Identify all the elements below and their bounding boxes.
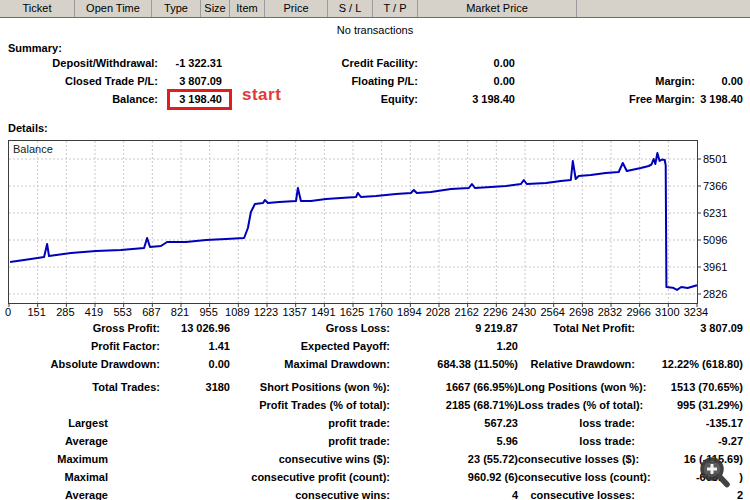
stat-value: 3180 xyxy=(160,378,230,396)
magnifier-zoom-icon xyxy=(692,450,736,494)
stat-label: Maximal xyxy=(0,468,160,486)
stat-value: 1667 (66.95%) xyxy=(390,378,518,396)
stat-row: Balance:3 198.40Equity:3 198.40Free Marg… xyxy=(0,90,750,108)
start-annotation: start xyxy=(242,85,281,105)
stat-value: 9 219.87 xyxy=(390,319,518,337)
column-header-s-l[interactable]: S / L xyxy=(328,0,373,17)
stat-label: consecutive losses: xyxy=(518,486,635,500)
stat-label: Total Trades: xyxy=(0,378,160,396)
stat-row: Deposit/Withdrawal:-1 322.31Credit Facil… xyxy=(0,54,750,72)
stat-label: loss trade: xyxy=(518,432,635,450)
stat-row: Profit Trades (% of total):2185 (68.71%)… xyxy=(0,396,750,414)
stat-row: Absolute Drawdown:0.00Maximal Drawdown:6… xyxy=(0,355,750,373)
column-header-open-time[interactable]: Open Time xyxy=(75,0,152,17)
stat-row: Averageconsecutive wins:4consecutive los… xyxy=(0,486,750,500)
stat-label: Relative Drawdown: xyxy=(518,355,635,373)
stat-value: 960.92 (6) xyxy=(390,468,518,486)
stat-label: Average xyxy=(0,486,160,500)
stat-label: Short Positions (won %): xyxy=(230,378,390,396)
stat-value: 23 (55.72) xyxy=(390,450,518,468)
summary-title: Summary: xyxy=(8,42,62,54)
stat-label: consecutive profit (count): xyxy=(230,468,390,486)
column-header-ticket[interactable]: Ticket xyxy=(0,0,75,17)
details-title: Details: xyxy=(8,122,48,134)
stat-label: Absolute Drawdown: xyxy=(0,355,160,373)
stat-value: -135.17 xyxy=(635,414,743,432)
chart-series-label: Balance xyxy=(13,143,53,155)
stat-label: Profit Trades (% of total): xyxy=(230,396,390,414)
stat-label: Maximal Drawdown: xyxy=(230,355,390,373)
stat-row: Averageprofit trade:5.96loss trade:-9.27 xyxy=(0,432,750,450)
stat-value: 0.00 xyxy=(160,355,230,373)
stat-value: 0.00 xyxy=(418,72,515,90)
stat-value: 3 807.09 xyxy=(635,319,743,337)
stat-label: Gross Loss: xyxy=(230,319,390,337)
column-header-type[interactable]: Type xyxy=(152,0,201,17)
stat-label: Expected Payoff: xyxy=(230,337,390,355)
stat-label: Average xyxy=(0,432,160,450)
column-header-t-p[interactable]: T / P xyxy=(373,0,418,17)
stat-label: Loss trades (% of total): xyxy=(518,396,635,414)
stat-label: profit trade: xyxy=(230,432,390,450)
stat-label: consecutive losses ($): xyxy=(518,450,635,468)
stat-label: Floating P/L: xyxy=(260,72,418,90)
stat-label: Margin: xyxy=(560,72,695,90)
stat-value: 0.00 xyxy=(695,72,743,90)
stat-label: Profit Factor: xyxy=(0,337,160,355)
account-statement: TicketOpen TimeTypeSizeItemPriceS / LT /… xyxy=(0,0,750,500)
stat-value: 2185 (68.71%) xyxy=(390,396,518,414)
x-axis-label: 3234 xyxy=(671,306,721,319)
stat-label: loss trade: xyxy=(518,414,635,432)
stat-label: Long Positions (won %): xyxy=(518,378,635,396)
column-header-market-price[interactable]: Market Price xyxy=(418,0,577,17)
stat-label: Deposit/Withdrawal: xyxy=(0,54,158,72)
y-axis-label: 3961 xyxy=(703,260,749,274)
y-axis-label: 2826 xyxy=(703,287,749,301)
stat-value: -1 322.31 xyxy=(160,54,222,72)
stat-value: 1.20 xyxy=(390,337,518,355)
stat-label: Largest xyxy=(0,414,160,432)
stat-value: 3 807.09 xyxy=(160,72,222,90)
stat-row: Largestprofit trade:567.23loss trade:-13… xyxy=(0,414,750,432)
stat-label: Maximum xyxy=(0,450,160,468)
stat-value: 0.00 xyxy=(418,54,515,72)
balance-chart xyxy=(8,140,698,304)
stat-value: 13 026.96 xyxy=(160,319,230,337)
stat-row: Closed Trade P/L:3 807.09Floating P/L:0.… xyxy=(0,72,750,90)
stat-label: Balance: xyxy=(0,90,158,108)
stat-value: 1.41 xyxy=(160,337,230,355)
stat-value: -9.27 xyxy=(635,432,743,450)
y-axis-label: 8501 xyxy=(703,152,749,166)
stat-label: Equity: xyxy=(260,90,418,108)
column-header-item[interactable]: Item xyxy=(230,0,265,17)
start-balance-highlight-box xyxy=(167,89,232,110)
stat-label: Free Margin: xyxy=(560,90,695,108)
stat-label: Closed Trade P/L: xyxy=(0,72,158,90)
stat-label: Gross Profit: xyxy=(0,319,160,337)
empty-table-message: No transactions xyxy=(0,24,750,36)
stat-value: 684.38 (11.50%) xyxy=(390,355,518,373)
y-axis-label: 6231 xyxy=(703,206,749,220)
column-header-spacer xyxy=(577,0,750,17)
stat-row: Maximumconsecutive wins ($):23 (55.72)co… xyxy=(0,450,750,468)
y-axis-label: 5096 xyxy=(703,233,749,247)
stat-value: 3 198.40 xyxy=(695,90,743,108)
stat-row: Profit Factor:1.41Expected Payoff:1.20 xyxy=(0,337,750,355)
stat-value: 3 198.40 xyxy=(418,90,515,108)
balance-curve xyxy=(10,153,697,290)
stat-value: 567.23 xyxy=(390,414,518,432)
stat-label: consecutive wins ($): xyxy=(230,450,390,468)
stat-label: consecutive wins: xyxy=(230,486,390,500)
stat-value: 4 xyxy=(390,486,518,500)
orders-table-header: TicketOpen TimeTypeSizeItemPriceS / LT /… xyxy=(0,0,750,18)
column-header-size[interactable]: Size xyxy=(201,0,230,17)
stat-label: profit trade: xyxy=(230,414,390,432)
stat-value: 5.96 xyxy=(390,432,518,450)
column-header-price[interactable]: Price xyxy=(265,0,328,17)
stat-value: 1513 (70.65%) xyxy=(635,378,743,396)
stat-label: Total Net Profit: xyxy=(518,319,635,337)
stat-row: Gross Profit:13 026.96Gross Loss:9 219.8… xyxy=(0,319,750,337)
stat-row: Maximalconsecutive profit (count):960.92… xyxy=(0,468,750,486)
y-axis-label: 7366 xyxy=(703,179,749,193)
stat-label: consecutive loss (count): xyxy=(518,468,635,486)
